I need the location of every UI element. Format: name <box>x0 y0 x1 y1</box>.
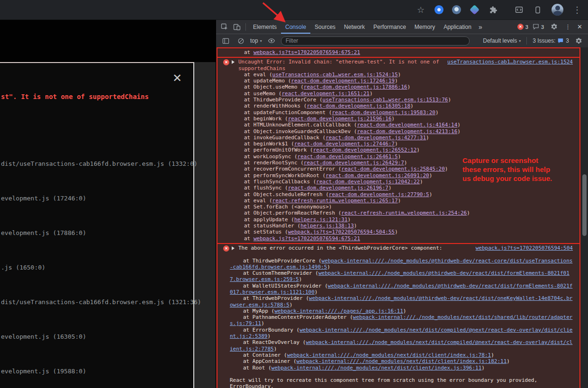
tab-console[interactable]: Console <box>281 20 310 34</box>
issues-button[interactable]: 3 Issues: 3 <box>533 37 569 44</box>
more-tabs-chevron[interactable]: » <box>477 23 484 31</box>
stack-source-link[interactable]: react-dom.development.js:12042:22 <box>316 179 420 185</box>
stack-source-link[interactable]: react-dom.development.js:16305:18 <box>307 103 410 109</box>
extensions-puzzle-icon[interactable] <box>488 5 498 15</box>
log-levels-selector[interactable]: Default levels ▾ <box>483 37 521 44</box>
tab-network[interactable]: Network <box>340 20 369 34</box>
stack-frame-line: at ReactDevOverlay (webpack-internal:///… <box>230 339 573 352</box>
stack-source-link[interactable]: webpack-internal:///./node_modules/next/… <box>287 352 491 358</box>
stack-source-link[interactable]: webpack-internal:///./node_modules/next/… <box>230 327 572 339</box>
console-error-entry: ✕Uncaught Error: Invalid chain: "ethereu… <box>217 57 580 244</box>
stack-source-link[interactable]: react-dom.development.js:4213:16 <box>357 128 457 135</box>
tab-sources[interactable]: Sources <box>310 20 340 34</box>
stack-source-link[interactable]: react.development.js:1651:21 <box>281 90 369 97</box>
stack-source-link[interactable]: react-dom.development.js:25845:20 <box>341 166 445 172</box>
message-count: 3 <box>541 24 544 30</box>
devtools-close-button[interactable]: ✕ <box>576 23 583 30</box>
stack-frame-line: at recoverFromConcurrentError (react-dom… <box>244 166 573 172</box>
devtools-menu-icon[interactable]: ⋮ <box>564 23 572 30</box>
error-source-link[interactable]: useTransactions-cab1…browser.esm.js:1524 <box>447 59 573 65</box>
overlay-stack-frame: evelopment.js (16305:0) <box>1 333 201 341</box>
filter-input[interactable] <box>281 36 470 45</box>
profile-avatar[interactable] <box>552 4 563 16</box>
tab-application[interactable]: Application <box>439 20 476 34</box>
stack-source-link[interactable]: webpack.js?ts=1702205076594:504:55 <box>288 229 395 235</box>
stack-source-link[interactable]: react-refresh-runtim…velopment.js:254:26 <box>341 210 467 216</box>
stack-source-link[interactable]: webpack-internal:///./node_modules/@thir… <box>230 258 572 270</box>
error-source-link[interactable]: webpack.js?ts=1702205076594:504 <box>476 245 573 251</box>
stack-source-link[interactable]: webpack-internal:///./node_modules/next/… <box>271 365 482 371</box>
inspect-element-icon[interactable] <box>219 21 230 33</box>
context-selector-value: top <box>250 37 258 44</box>
overlay-error-message: st". It is not one of supportedChains <box>1 93 149 100</box>
stack-source-link[interactable]: useTransactions-cab1…wser.esm.js:1513:76 <box>323 97 448 103</box>
live-expression-eye-icon[interactable] <box>266 35 277 46</box>
stack-source-link[interactable]: react-dom.development.js:26091:20 <box>326 172 429 179</box>
stack-source-link[interactable]: webpack-internal:///./node_modules/@thir… <box>230 283 572 295</box>
stack-source-link[interactable]: react-refresh-runtim…velopment.js:265:17 <box>272 198 398 204</box>
stack-frame-line: at performUnitOfWork (react-dom.developm… <box>244 147 573 153</box>
stack-frame-line: at beginWork$1 (react-dom.development.js… <box>244 141 573 147</box>
stack-source-link[interactable]: webpack-internal:///./node_modules/@thir… <box>230 270 570 282</box>
stack-source-link[interactable]: react-dom.development.js:27446:7 <box>294 141 395 147</box>
stack-frame-line: at Object.invokeGuardedCallbackDev (reac… <box>244 128 573 135</box>
stack-source-link[interactable]: webpack-internal:///./node_modules/next/… <box>297 358 507 364</box>
stack-frame-line: at ThirdwebProvider (webpack-internal://… <box>230 295 573 308</box>
stack-source-link[interactable]: helpers.js:138:13 <box>300 223 354 229</box>
extension-a-icon[interactable] <box>434 5 443 14</box>
tab-memory[interactable]: Memory <box>410 20 439 34</box>
stack-source-link[interactable]: webpack-internal:///./node_modules/next/… <box>230 339 572 352</box>
console-settings-gear-icon[interactable] <box>573 35 584 46</box>
extension-b-icon[interactable] <box>452 5 461 14</box>
tab-performance[interactable]: Performance <box>369 20 410 34</box>
blank-line <box>238 371 573 377</box>
console-blocks: at webpack.js?ts=1702205076594:675:21✕Un… <box>216 47 588 388</box>
console-sidebar-icon[interactable] <box>220 35 231 46</box>
expand-triangle-icon[interactable] <box>232 246 235 250</box>
console-scrollbar-thumb[interactable] <box>582 174 587 236</box>
stack-source-link[interactable]: react-dom.development.js:21596:16 <box>288 116 392 122</box>
expand-triangle-icon[interactable] <box>232 60 235 64</box>
stack-source-link[interactable]: react-dom.development.js:26461:5 <box>298 153 398 160</box>
code-extension-icon[interactable] <box>514 5 524 15</box>
stack-source-link[interactable]: react-dom.development.js:26552:12 <box>313 147 417 153</box>
settings-gear-icon[interactable] <box>548 21 560 33</box>
console-toolbar: top ▾ Default levels ▾ 3 Issues: 3 <box>216 34 588 48</box>
context-selector[interactable]: top ▾ <box>250 37 262 44</box>
stack-source-link[interactable]: react-dom.development.js:26196:7 <box>288 185 389 191</box>
devtools-panel: ElementsConsoleSourcesNetworkPerformance… <box>216 20 588 388</box>
stack-source-link[interactable]: react-dom.development.js:27790:5 <box>329 191 429 198</box>
bookmark-star-icon[interactable]: ☆ <box>416 5 426 15</box>
sidepanel-icon[interactable] <box>533 5 543 15</box>
stack-frame-line: at beginWork (react-dom.development.js:2… <box>244 116 573 122</box>
log-levels-value: Default levels <box>483 37 517 44</box>
overlay-close-button[interactable]: ✕ <box>172 72 182 85</box>
tab-elements[interactable]: Elements <box>249 20 281 34</box>
stack-source-link[interactable]: react-dom.development.js:17246:19 <box>291 78 395 84</box>
stack-source-link[interactable]: webpack-internal:///./node_modules/next/… <box>230 314 572 326</box>
clear-console-icon[interactable] <box>235 35 246 46</box>
extension-c-icon[interactable] <box>470 5 479 15</box>
stack-source-link[interactable]: webpack-internal:///./pages/_app.js:16:1… <box>274 308 403 314</box>
stack-source-link[interactable]: webpack.js?ts=1702205076594:675:21 <box>253 49 360 55</box>
stack-frame-line: at applyUpdate (helpers.js:121:31) <box>244 217 573 223</box>
stack-frame-line: at MyApp (webpack-internal:///./pages/_a… <box>230 308 573 314</box>
stack-source-link[interactable]: useTransactions-cab1…wser.esm.js:1524:15 <box>272 72 398 78</box>
stack-source-link[interactable]: react-dom.development.js:19583:20 <box>332 109 435 116</box>
stack-source-link[interactable]: helpers.js:121:31 <box>294 217 348 223</box>
stack-source-link[interactable]: react-dom.development.js:4164:14 <box>357 122 457 128</box>
error-count-badge[interactable]: ✕ 3 <box>517 24 528 30</box>
stack-source-link[interactable]: react-dom.development.js:17886:16 <box>304 84 407 90</box>
stack-frame-line: at HTMLUnknownElement.callCallback (reac… <box>244 122 573 128</box>
divider <box>245 23 246 31</box>
message-count-badge[interactable]: 3 <box>533 24 544 30</box>
overlay-stack-frame: evelopment.js (19588:0) <box>1 368 201 375</box>
device-toolbar-icon[interactable] <box>231 21 243 33</box>
browser-menu-icon[interactable]: ⋮ <box>572 5 582 15</box>
stack-source-link[interactable]: webpack.js?ts=1702205076594:675:21 <box>253 235 360 242</box>
stack-frame-line: at renderWithHooks (react-dom.developmen… <box>244 103 573 109</box>
stack-source-link[interactable]: webpack-internal:///./node_modules/@thir… <box>230 295 572 307</box>
stack-source-link[interactable]: react-dom.development.js:4277:31 <box>326 135 426 141</box>
stack-source-link[interactable]: react-dom.development.js:26429:7 <box>304 160 404 166</box>
stack-frame-line: at Container (webpack-internal:///./node… <box>230 352 573 358</box>
